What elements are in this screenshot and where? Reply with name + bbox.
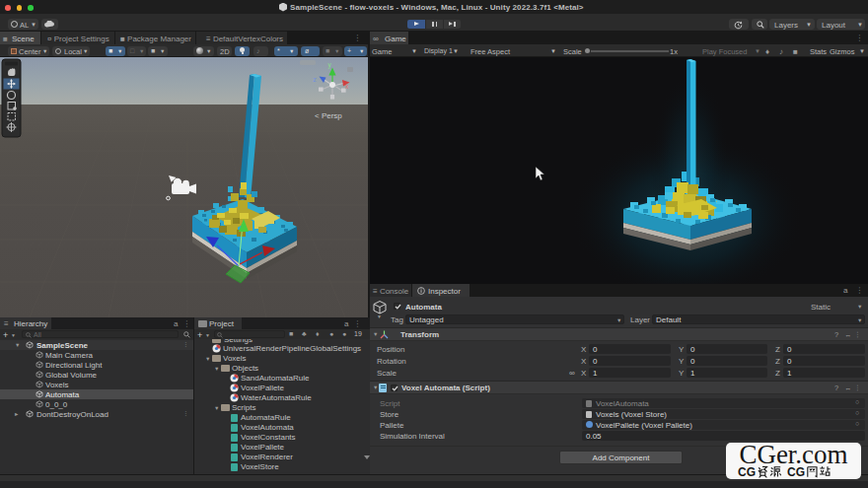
svg-text:< Persp: < Persp xyxy=(315,111,342,120)
svg-text:CG: CG xyxy=(738,465,756,478)
svg-text:z: z xyxy=(314,76,317,83)
svg-text:CG: CG xyxy=(787,465,805,478)
